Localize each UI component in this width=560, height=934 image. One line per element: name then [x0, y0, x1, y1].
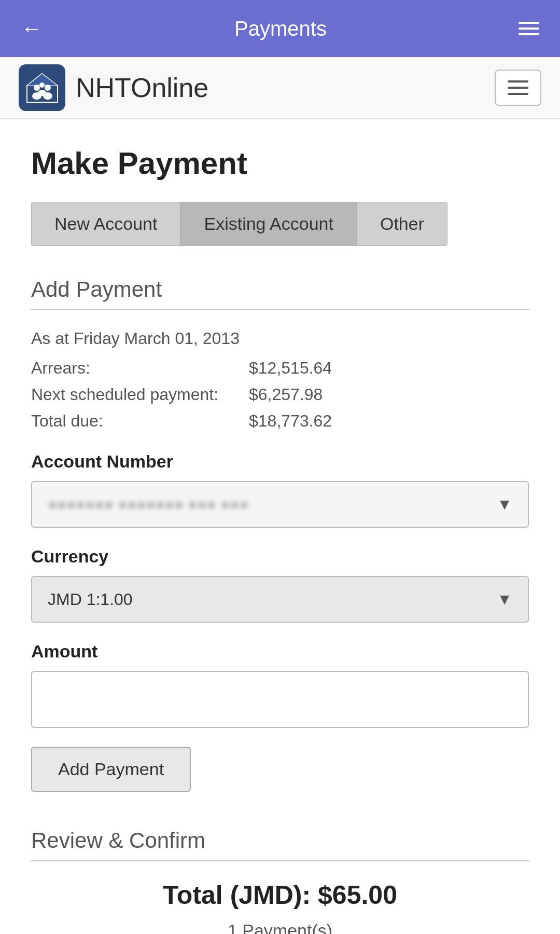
svg-point-7 — [38, 90, 46, 96]
payments-count: 1 Payment(s) — [31, 921, 529, 934]
tab-other[interactable]: Other — [357, 202, 447, 246]
tab-group: New Account Existing Account Other — [31, 202, 529, 246]
account-number-field-group: Account Number ●●●●●●● ●●●●●●● ●●● ●●● ▼ — [31, 451, 529, 528]
account-number-value: ●●●●●●● ●●●●●●● ●●● ●●● — [48, 496, 492, 513]
next-payment-label: Next scheduled payment: — [31, 385, 249, 404]
top-nav: ← Payments — [0, 0, 560, 57]
logo-text: NHTOnline — [76, 72, 208, 103]
header-menu-button[interactable] — [495, 70, 541, 106]
payment-info: As at Friday March 01, 2013 Arrears: $12… — [31, 329, 529, 431]
currency-dropdown-icon: ▼ — [497, 590, 512, 608]
logo-icon — [19, 64, 65, 111]
currency-field-group: Currency JMD 1:1.00 ▼ — [31, 546, 529, 623]
amount-field-group: Amount — [31, 641, 529, 728]
main-content: Make Payment New Account Existing Accoun… — [0, 119, 560, 934]
svg-point-4 — [45, 85, 51, 91]
svg-point-2 — [34, 85, 40, 91]
account-number-dropdown-icon: ▼ — [497, 496, 512, 513]
next-payment-value: $6,257.98 — [249, 385, 323, 404]
add-payment-heading: Add Payment — [31, 277, 529, 310]
next-payment-row: Next scheduled payment: $6,257.98 — [31, 385, 529, 404]
amount-label: Amount — [31, 641, 529, 662]
account-number-label: Account Number — [31, 451, 529, 472]
logo-container: NHTOnline — [19, 64, 208, 111]
currency-value: JMD 1:1.00 — [48, 590, 497, 609]
add-payment-section: Add Payment As at Friday March 01, 2013 … — [31, 277, 529, 823]
currency-select[interactable]: JMD 1:1.00 ▼ — [31, 576, 529, 623]
add-payment-button[interactable]: Add Payment — [31, 747, 191, 792]
currency-label: Currency — [31, 546, 529, 567]
page-title: Make Payment — [31, 145, 529, 181]
back-button[interactable]: ← — [21, 16, 43, 41]
total-due-value: $18,773.62 — [249, 411, 332, 431]
total-due-row: Total due: $18,773.62 — [31, 411, 529, 431]
review-heading: Review & Confirm — [31, 828, 529, 861]
arrears-row: Arrears: $12,515.64 — [31, 359, 529, 378]
svg-point-6 — [39, 83, 45, 88]
arrears-value: $12,515.64 — [249, 359, 332, 378]
nav-title: Payments — [234, 17, 327, 40]
review-section: Review & Confirm Total (JMD): $65.00 1 P… — [31, 828, 529, 934]
amount-input[interactable] — [31, 671, 529, 728]
total-amount: Total (JMD): $65.00 — [31, 880, 529, 910]
account-number-select[interactable]: ●●●●●●● ●●●●●●● ●●● ●●● ▼ — [31, 481, 529, 528]
tab-existing-account[interactable]: Existing Account — [180, 202, 356, 246]
total-due-label: Total due: — [31, 411, 249, 431]
payment-date: As at Friday March 01, 2013 — [31, 329, 529, 348]
nav-hamburger-button[interactable] — [519, 22, 539, 35]
arrears-label: Arrears: — [31, 359, 249, 378]
header-bar: NHTOnline — [0, 57, 560, 119]
tab-new-account[interactable]: New Account — [31, 202, 180, 246]
